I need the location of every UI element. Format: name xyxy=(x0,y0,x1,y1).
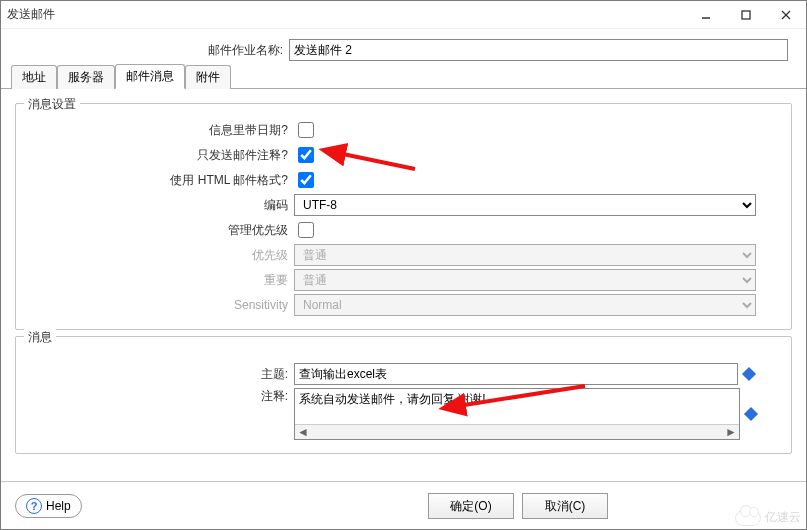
job-name-row: 邮件作业名称: xyxy=(1,29,806,67)
watermark: 亿速云 xyxy=(735,509,801,526)
help-button[interactable]: ? Help xyxy=(15,494,82,518)
encoding-select[interactable]: UTF-8 xyxy=(294,194,756,216)
manage-priority-checkbox[interactable] xyxy=(298,222,314,238)
message-group: 消息 主题: 注释: ◄► xyxy=(15,336,792,454)
include-date-checkbox[interactable] xyxy=(298,122,314,138)
close-button[interactable] xyxy=(766,1,806,29)
priority-select: 普通 xyxy=(294,244,756,266)
manage-priority-label: 管理优先级 xyxy=(26,222,294,239)
window-title: 发送邮件 xyxy=(7,6,686,23)
tab-address[interactable]: 地址 xyxy=(11,65,57,89)
subject-label: 主题: xyxy=(26,366,294,383)
cloud-icon xyxy=(735,510,761,526)
comment-hscroll[interactable]: ◄► xyxy=(295,425,739,439)
cancel-button[interactable]: 取消(C) xyxy=(522,493,608,519)
only-comment-label: 只发送邮件注释? xyxy=(26,147,294,164)
settings-group: 消息设置 信息里带日期? 只发送邮件注释? 使用 HTML 邮件格式? 编码 U… xyxy=(15,103,792,330)
subject-input[interactable] xyxy=(294,363,738,385)
importance-select: 普通 xyxy=(294,269,756,291)
encoding-label: 编码 xyxy=(26,197,294,214)
settings-legend: 消息设置 xyxy=(24,96,80,113)
comment-textarea[interactable] xyxy=(295,389,739,425)
titlebar: 发送邮件 xyxy=(1,1,806,29)
message-legend: 消息 xyxy=(24,329,56,346)
help-label: Help xyxy=(46,499,71,513)
tab-attachment[interactable]: 附件 xyxy=(185,65,231,89)
ok-button[interactable]: 确定(O) xyxy=(428,493,514,519)
sensitivity-select: Normal xyxy=(294,294,756,316)
tab-message[interactable]: 邮件消息 xyxy=(115,64,185,89)
sensitivity-label: Sensitivity xyxy=(26,298,294,312)
watermark-text: 亿速云 xyxy=(765,509,801,526)
footer: ? Help 确定(O) 取消(C) xyxy=(1,481,806,529)
help-icon: ? xyxy=(26,498,42,514)
comment-label: 注释: xyxy=(26,388,294,405)
job-name-input[interactable] xyxy=(289,39,788,61)
tab-server[interactable]: 服务器 xyxy=(57,65,115,89)
html-format-checkbox[interactable] xyxy=(298,172,314,188)
only-comment-checkbox[interactable] xyxy=(298,147,314,163)
minimize-button[interactable] xyxy=(686,1,726,29)
job-name-label: 邮件作业名称: xyxy=(19,42,289,59)
subject-var-icon[interactable] xyxy=(742,367,756,381)
comment-wrap: ◄► xyxy=(294,388,740,440)
comment-var-icon[interactable] xyxy=(744,407,758,421)
svg-rect-1 xyxy=(742,11,750,19)
include-date-label: 信息里带日期? xyxy=(26,122,294,139)
dialog-window: 发送邮件 邮件作业名称: 地址 服务器 邮件消息 附件 消息设置 信息里带日期?… xyxy=(0,0,807,530)
tab-body: 消息设置 信息里带日期? 只发送邮件注释? 使用 HTML 邮件格式? 编码 U… xyxy=(1,89,806,481)
tab-strip: 地址 服务器 邮件消息 附件 xyxy=(1,67,806,89)
importance-label: 重要 xyxy=(26,272,294,289)
priority-label: 优先级 xyxy=(26,247,294,264)
html-format-label: 使用 HTML 邮件格式? xyxy=(26,172,294,189)
maximize-button[interactable] xyxy=(726,1,766,29)
